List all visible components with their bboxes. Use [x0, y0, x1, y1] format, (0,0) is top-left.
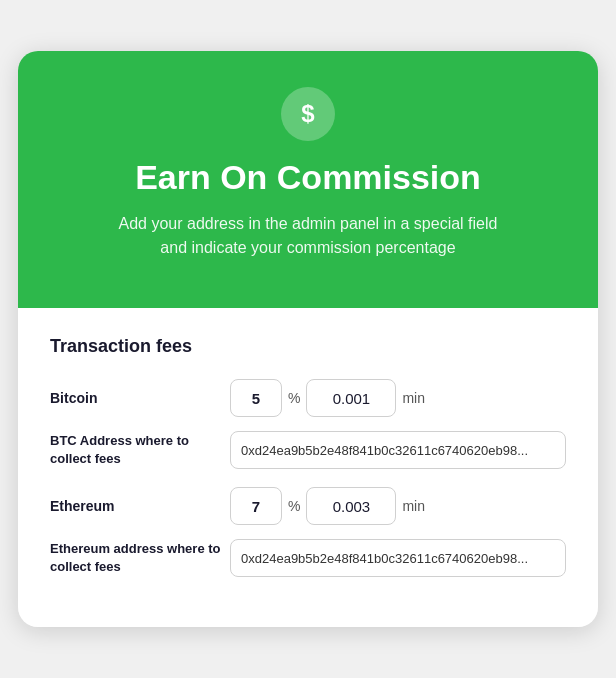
subtitle: Add your address in the admin panel in a… [118, 212, 498, 260]
ethereum-percent-input[interactable] [230, 487, 282, 525]
dollar-icon: $ [301, 100, 314, 128]
eth-address-label: Ethereum address where to collect fees [50, 540, 230, 576]
bitcoin-min-input[interactable] [306, 379, 396, 417]
bitcoin-label: Bitcoin [50, 390, 230, 406]
main-card: $ Earn On Commission Add your address in… [18, 51, 598, 627]
ethereum-label: Ethereum [50, 498, 230, 514]
eth-address-input[interactable] [230, 539, 566, 577]
bitcoin-inputs: % min [230, 379, 425, 417]
green-header: $ Earn On Commission Add your address in… [18, 51, 598, 308]
main-title: Earn On Commission [135, 159, 481, 196]
btc-address-label: BTC Address where to collect fees [50, 432, 230, 468]
ethereum-fee-row: Ethereum % min [50, 487, 566, 525]
ethereum-min-input[interactable] [306, 487, 396, 525]
ethereum-percent-symbol: % [288, 498, 300, 514]
bitcoin-fee-row: Bitcoin % min [50, 379, 566, 417]
eth-address-row: Ethereum address where to collect fees [50, 539, 566, 577]
white-section: Transaction fees Bitcoin % min BTC Addre… [18, 308, 598, 627]
bitcoin-min-label: min [402, 390, 425, 406]
ethereum-min-label: min [402, 498, 425, 514]
bitcoin-percent-symbol: % [288, 390, 300, 406]
dollar-icon-circle: $ [281, 87, 335, 141]
bitcoin-percent-input[interactable] [230, 379, 282, 417]
btc-address-input[interactable] [230, 431, 566, 469]
ethereum-inputs: % min [230, 487, 425, 525]
btc-address-row: BTC Address where to collect fees [50, 431, 566, 469]
section-title: Transaction fees [50, 336, 566, 357]
